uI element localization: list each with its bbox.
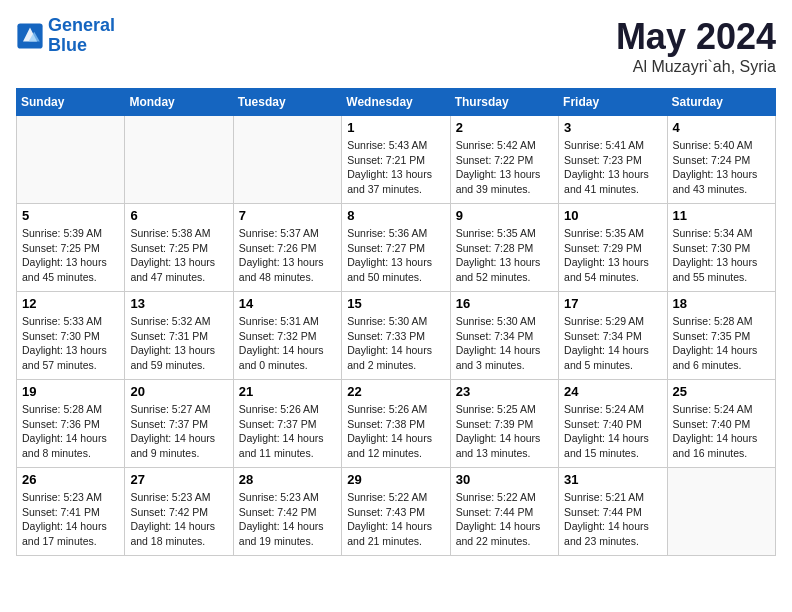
calendar-cell: 12Sunrise: 5:33 AMSunset: 7:30 PMDayligh… (17, 292, 125, 380)
week-row-3: 12Sunrise: 5:33 AMSunset: 7:30 PMDayligh… (17, 292, 776, 380)
day-number: 18 (673, 296, 770, 311)
cell-info: Sunrise: 5:23 AMSunset: 7:42 PMDaylight:… (239, 490, 336, 549)
calendar-cell: 23Sunrise: 5:25 AMSunset: 7:39 PMDayligh… (450, 380, 558, 468)
cell-info: Sunrise: 5:21 AMSunset: 7:44 PMDaylight:… (564, 490, 661, 549)
day-number: 25 (673, 384, 770, 399)
day-number: 31 (564, 472, 661, 487)
day-number: 10 (564, 208, 661, 223)
logo-icon (16, 22, 44, 50)
day-number: 13 (130, 296, 227, 311)
day-number: 5 (22, 208, 119, 223)
weekday-header-wednesday: Wednesday (342, 89, 450, 116)
calendar-cell: 5Sunrise: 5:39 AMSunset: 7:25 PMDaylight… (17, 204, 125, 292)
calendar-cell: 7Sunrise: 5:37 AMSunset: 7:26 PMDaylight… (233, 204, 341, 292)
calendar-cell: 8Sunrise: 5:36 AMSunset: 7:27 PMDaylight… (342, 204, 450, 292)
cell-info: Sunrise: 5:26 AMSunset: 7:37 PMDaylight:… (239, 402, 336, 461)
calendar-cell: 16Sunrise: 5:30 AMSunset: 7:34 PMDayligh… (450, 292, 558, 380)
calendar-header-row: SundayMondayTuesdayWednesdayThursdayFrid… (17, 89, 776, 116)
title-block: May 2024 Al Muzayri`ah, Syria (616, 16, 776, 76)
calendar-cell: 6Sunrise: 5:38 AMSunset: 7:25 PMDaylight… (125, 204, 233, 292)
calendar-cell: 19Sunrise: 5:28 AMSunset: 7:36 PMDayligh… (17, 380, 125, 468)
cell-info: Sunrise: 5:24 AMSunset: 7:40 PMDaylight:… (673, 402, 770, 461)
cell-info: Sunrise: 5:41 AMSunset: 7:23 PMDaylight:… (564, 138, 661, 197)
day-number: 3 (564, 120, 661, 135)
week-row-5: 26Sunrise: 5:23 AMSunset: 7:41 PMDayligh… (17, 468, 776, 556)
calendar-cell: 13Sunrise: 5:32 AMSunset: 7:31 PMDayligh… (125, 292, 233, 380)
calendar-cell: 15Sunrise: 5:30 AMSunset: 7:33 PMDayligh… (342, 292, 450, 380)
day-number: 8 (347, 208, 444, 223)
day-number: 12 (22, 296, 119, 311)
day-number: 7 (239, 208, 336, 223)
cell-info: Sunrise: 5:40 AMSunset: 7:24 PMDaylight:… (673, 138, 770, 197)
calendar-cell: 9Sunrise: 5:35 AMSunset: 7:28 PMDaylight… (450, 204, 558, 292)
location-title: Al Muzayri`ah, Syria (616, 58, 776, 76)
weekday-header-tuesday: Tuesday (233, 89, 341, 116)
logo-line2: Blue (48, 35, 87, 55)
day-number: 6 (130, 208, 227, 223)
cell-info: Sunrise: 5:36 AMSunset: 7:27 PMDaylight:… (347, 226, 444, 285)
cell-info: Sunrise: 5:31 AMSunset: 7:32 PMDaylight:… (239, 314, 336, 373)
calendar-cell: 17Sunrise: 5:29 AMSunset: 7:34 PMDayligh… (559, 292, 667, 380)
day-number: 16 (456, 296, 553, 311)
day-number: 22 (347, 384, 444, 399)
logo: General Blue (16, 16, 115, 56)
weekday-header-saturday: Saturday (667, 89, 775, 116)
week-row-4: 19Sunrise: 5:28 AMSunset: 7:36 PMDayligh… (17, 380, 776, 468)
week-row-2: 5Sunrise: 5:39 AMSunset: 7:25 PMDaylight… (17, 204, 776, 292)
day-number: 2 (456, 120, 553, 135)
cell-info: Sunrise: 5:34 AMSunset: 7:30 PMDaylight:… (673, 226, 770, 285)
calendar-cell: 28Sunrise: 5:23 AMSunset: 7:42 PMDayligh… (233, 468, 341, 556)
cell-info: Sunrise: 5:28 AMSunset: 7:35 PMDaylight:… (673, 314, 770, 373)
day-number: 30 (456, 472, 553, 487)
calendar-cell: 31Sunrise: 5:21 AMSunset: 7:44 PMDayligh… (559, 468, 667, 556)
day-number: 19 (22, 384, 119, 399)
calendar-cell (667, 468, 775, 556)
day-number: 15 (347, 296, 444, 311)
calendar-cell: 30Sunrise: 5:22 AMSunset: 7:44 PMDayligh… (450, 468, 558, 556)
cell-info: Sunrise: 5:23 AMSunset: 7:41 PMDaylight:… (22, 490, 119, 549)
day-number: 28 (239, 472, 336, 487)
calendar-cell: 26Sunrise: 5:23 AMSunset: 7:41 PMDayligh… (17, 468, 125, 556)
cell-info: Sunrise: 5:38 AMSunset: 7:25 PMDaylight:… (130, 226, 227, 285)
logo-text: General Blue (48, 16, 115, 56)
cell-info: Sunrise: 5:29 AMSunset: 7:34 PMDaylight:… (564, 314, 661, 373)
calendar-cell: 20Sunrise: 5:27 AMSunset: 7:37 PMDayligh… (125, 380, 233, 468)
day-number: 4 (673, 120, 770, 135)
day-number: 1 (347, 120, 444, 135)
day-number: 29 (347, 472, 444, 487)
calendar-cell (125, 116, 233, 204)
logo-line1: General (48, 15, 115, 35)
calendar-cell: 10Sunrise: 5:35 AMSunset: 7:29 PMDayligh… (559, 204, 667, 292)
cell-info: Sunrise: 5:35 AMSunset: 7:28 PMDaylight:… (456, 226, 553, 285)
cell-info: Sunrise: 5:24 AMSunset: 7:40 PMDaylight:… (564, 402, 661, 461)
cell-info: Sunrise: 5:43 AMSunset: 7:21 PMDaylight:… (347, 138, 444, 197)
calendar-cell: 24Sunrise: 5:24 AMSunset: 7:40 PMDayligh… (559, 380, 667, 468)
cell-info: Sunrise: 5:30 AMSunset: 7:34 PMDaylight:… (456, 314, 553, 373)
day-number: 20 (130, 384, 227, 399)
calendar-cell: 11Sunrise: 5:34 AMSunset: 7:30 PMDayligh… (667, 204, 775, 292)
weekday-header-sunday: Sunday (17, 89, 125, 116)
cell-info: Sunrise: 5:32 AMSunset: 7:31 PMDaylight:… (130, 314, 227, 373)
calendar-cell (233, 116, 341, 204)
month-title: May 2024 (616, 16, 776, 58)
cell-info: Sunrise: 5:22 AMSunset: 7:44 PMDaylight:… (456, 490, 553, 549)
calendar-cell: 22Sunrise: 5:26 AMSunset: 7:38 PMDayligh… (342, 380, 450, 468)
cell-info: Sunrise: 5:22 AMSunset: 7:43 PMDaylight:… (347, 490, 444, 549)
calendar-cell: 4Sunrise: 5:40 AMSunset: 7:24 PMDaylight… (667, 116, 775, 204)
weekday-header-monday: Monday (125, 89, 233, 116)
calendar-cell (17, 116, 125, 204)
cell-info: Sunrise: 5:23 AMSunset: 7:42 PMDaylight:… (130, 490, 227, 549)
calendar-table: SundayMondayTuesdayWednesdayThursdayFrid… (16, 88, 776, 556)
day-number: 9 (456, 208, 553, 223)
calendar-cell: 29Sunrise: 5:22 AMSunset: 7:43 PMDayligh… (342, 468, 450, 556)
cell-info: Sunrise: 5:30 AMSunset: 7:33 PMDaylight:… (347, 314, 444, 373)
cell-info: Sunrise: 5:42 AMSunset: 7:22 PMDaylight:… (456, 138, 553, 197)
week-row-1: 1Sunrise: 5:43 AMSunset: 7:21 PMDaylight… (17, 116, 776, 204)
cell-info: Sunrise: 5:26 AMSunset: 7:38 PMDaylight:… (347, 402, 444, 461)
cell-info: Sunrise: 5:33 AMSunset: 7:30 PMDaylight:… (22, 314, 119, 373)
calendar-cell: 1Sunrise: 5:43 AMSunset: 7:21 PMDaylight… (342, 116, 450, 204)
cell-info: Sunrise: 5:35 AMSunset: 7:29 PMDaylight:… (564, 226, 661, 285)
day-number: 17 (564, 296, 661, 311)
calendar-cell: 27Sunrise: 5:23 AMSunset: 7:42 PMDayligh… (125, 468, 233, 556)
cell-info: Sunrise: 5:28 AMSunset: 7:36 PMDaylight:… (22, 402, 119, 461)
